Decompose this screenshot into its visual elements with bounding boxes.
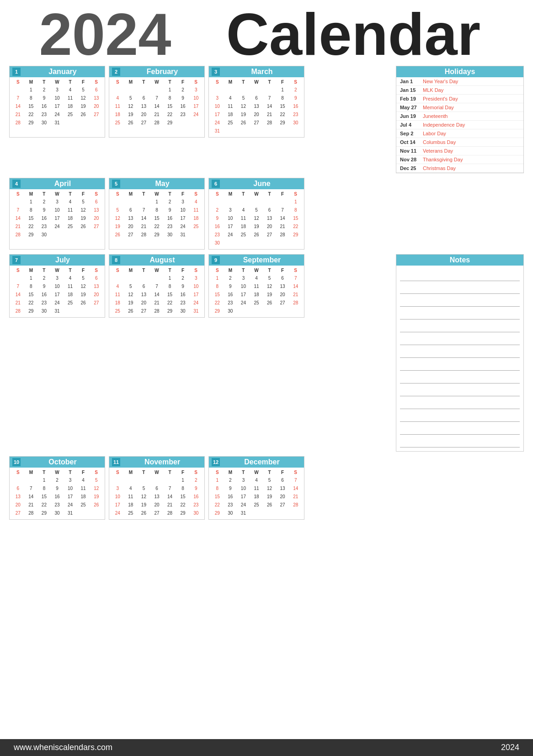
- day-cell: 17: [189, 291, 203, 299]
- day-cell: 25: [250, 501, 263, 509]
- day-cell: [150, 86, 164, 94]
- day-cell: 21: [11, 299, 25, 307]
- day-cell: [124, 198, 138, 206]
- day-cell: 14: [289, 484, 302, 493]
- day-cell: 19: [124, 111, 138, 119]
- day-cell: 3: [189, 274, 203, 282]
- day-header-T: T: [64, 469, 77, 475]
- week-row: 12131415161718: [111, 214, 203, 223]
- day-cell: 2: [289, 86, 302, 94]
- day-cell: 31: [64, 509, 77, 517]
- week-row: 1234: [111, 198, 203, 206]
- day-cell: 11: [250, 484, 263, 493]
- day-cell: 21: [289, 493, 302, 501]
- day-cell: 18: [237, 223, 250, 231]
- day-cell: 20: [90, 214, 103, 223]
- day-header-T: T: [237, 79, 250, 85]
- day-cell: 20: [11, 501, 25, 509]
- day-cell: 8: [25, 282, 38, 291]
- day-cell: 8: [211, 484, 224, 493]
- day-cell: 11: [64, 94, 77, 102]
- day-cell: 22: [25, 223, 38, 231]
- day-cell: [176, 119, 190, 127]
- day-cell: 18: [124, 501, 138, 509]
- day-cell: 31: [51, 119, 64, 127]
- day-cell: [51, 231, 64, 239]
- day-cell: 2: [224, 476, 237, 484]
- week-row: 12345: [11, 476, 103, 484]
- day-cell: [276, 307, 289, 315]
- day-cell: 26: [124, 119, 138, 127]
- day-cell: 20: [124, 223, 138, 231]
- day-cell: 29: [37, 509, 51, 517]
- week-row: 20212223242526: [11, 501, 103, 509]
- day-header-M: M: [25, 191, 38, 197]
- day-cell: 11: [124, 493, 138, 501]
- note-line: [400, 269, 520, 281]
- day-header-S: S: [11, 79, 25, 85]
- day-cell: 15: [163, 102, 176, 111]
- day-cell: 11: [189, 206, 203, 214]
- day-header-T: T: [237, 469, 250, 475]
- month-header: 11November: [109, 457, 204, 468]
- day-cell: 16: [224, 291, 237, 299]
- day-cell: 8: [163, 282, 176, 291]
- day-cell: 2: [51, 476, 64, 484]
- day-cell: 30: [211, 239, 224, 247]
- week-row: 123456: [11, 86, 103, 94]
- day-cell: [111, 274, 124, 282]
- month-block-2: 2FebruarySMTWTFS123456789101112131415161…: [109, 66, 205, 138]
- day-header-T: T: [263, 267, 276, 273]
- day-cell: 4: [250, 274, 263, 282]
- day-cell: 1: [289, 198, 302, 206]
- day-cell: 3: [224, 206, 237, 214]
- day-cell: 30: [224, 509, 237, 517]
- day-header-S: S: [211, 191, 224, 197]
- day-cell: 22: [163, 111, 176, 119]
- week-row: 25262728293031: [111, 307, 203, 315]
- day-cell: 29: [276, 119, 289, 127]
- day-cell: 6: [276, 274, 289, 282]
- months-row-4: 10OctoberSMTWTFS123456789101112131415161…: [9, 456, 392, 520]
- day-cell: 16: [176, 291, 190, 299]
- day-cell: 17: [189, 102, 203, 111]
- week-row: 21222324252627: [11, 223, 103, 231]
- note-line: [400, 436, 520, 447]
- month-grid: SMTWTFS123456789101112131415161718192021…: [209, 77, 304, 137]
- day-headers-row: SMTWTFS: [11, 79, 103, 85]
- day-cell: 13: [11, 493, 25, 501]
- day-cell: 8: [25, 206, 38, 214]
- day-cell: 25: [224, 119, 237, 127]
- week-row: 14151617181920: [11, 291, 103, 299]
- day-header-S: S: [289, 191, 302, 197]
- day-cell: 28: [11, 307, 25, 315]
- month-header: 12December: [209, 457, 304, 468]
- note-line: [400, 359, 520, 371]
- day-cell: 7: [11, 206, 25, 214]
- notes-panel: Notes: [396, 254, 524, 452]
- day-header-T: T: [137, 469, 150, 475]
- holiday-name: Christmas Day: [423, 165, 456, 171]
- day-cell: [289, 509, 302, 517]
- day-cell: 7: [150, 94, 164, 102]
- day-cell: 6: [250, 94, 263, 102]
- day-cell: 18: [250, 291, 263, 299]
- month-block-11: 11NovemberSMTWTFS12345678910111213141516…: [109, 456, 205, 520]
- day-header-S: S: [211, 267, 224, 273]
- day-header-S: S: [90, 469, 103, 475]
- day-header-S: S: [90, 79, 103, 85]
- day-header-S: S: [111, 191, 124, 197]
- holiday-name: President's Day: [423, 96, 458, 101]
- day-cell: 21: [289, 291, 302, 299]
- day-cell: 16: [224, 493, 237, 501]
- week-row: 17181920212223: [211, 111, 302, 119]
- day-cell: 14: [289, 282, 302, 291]
- day-header-T: T: [37, 267, 51, 273]
- day-cell: 13: [276, 484, 289, 493]
- day-header-W: W: [51, 469, 64, 475]
- month-header: 4April: [10, 178, 105, 189]
- week-row: 22232425262728: [211, 299, 302, 307]
- day-cell: 6: [276, 476, 289, 484]
- holiday-name: New Year's Day: [423, 79, 458, 84]
- day-cell: 23: [211, 231, 224, 239]
